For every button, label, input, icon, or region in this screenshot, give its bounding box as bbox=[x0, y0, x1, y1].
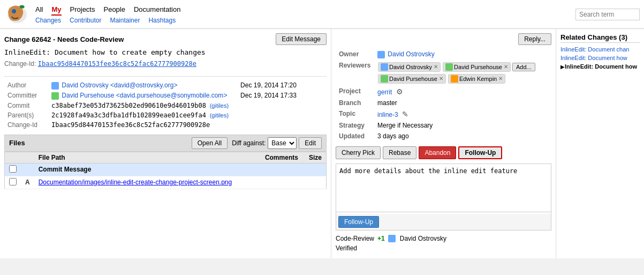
svg-point-1 bbox=[12, 9, 16, 13]
reviewer-chip-2: David Pursehouse ✕ bbox=[443, 62, 511, 72]
logo bbox=[4, 3, 30, 26]
left-panel: Change 62642 - Needs Code-Review Edit Me… bbox=[0, 29, 331, 258]
project-row: Project gerrit ⚙ bbox=[337, 86, 550, 97]
table-row: Commit Message bbox=[5, 163, 327, 176]
committer-row: Committer David Pursehouse <david.purseh… bbox=[5, 91, 299, 100]
project-link[interactable]: gerrit bbox=[377, 88, 392, 96]
nav-main: All My Projects People Documentation bbox=[35, 4, 180, 16]
nav-projects[interactable]: Projects bbox=[70, 4, 95, 16]
related-item-2[interactable]: InlineEdit: Document how bbox=[560, 54, 640, 62]
top-nav: All My Projects People Documentation Cha… bbox=[0, 0, 644, 29]
reviewer4-icon bbox=[451, 75, 458, 83]
owner-row: Owner David Ostrovsky bbox=[337, 49, 550, 60]
search-box bbox=[575, 9, 640, 20]
branch-row: Branch master bbox=[337, 98, 550, 108]
code-review-score-row: Code-Review +1 David Ostrovsky bbox=[336, 235, 551, 242]
nav-container: All My Projects People Documentation Cha… bbox=[35, 4, 180, 24]
edit-button[interactable]: Edit bbox=[299, 137, 322, 149]
action-row: Cherry Pick Rebase Abandon Follow-Up bbox=[336, 146, 551, 159]
file-link[interactable]: Documentation/images/inline-edit-create-… bbox=[39, 179, 232, 186]
committer-icon bbox=[51, 92, 59, 100]
nav-documentation[interactable]: Documentation bbox=[134, 4, 180, 16]
parent-row: Parent(s) 2c1928fa49a3c3dfba1dfb102899ea… bbox=[5, 111, 299, 120]
commit-section: Author David Ostrovsky <david@ostrovsky.… bbox=[4, 76, 327, 130]
owner-avatar bbox=[377, 51, 385, 58]
open-all-button[interactable]: Open All bbox=[192, 137, 228, 149]
files-header: Files Open All Diff against: Base Edit bbox=[4, 135, 327, 152]
commit-msg-checkbox[interactable] bbox=[9, 165, 17, 173]
author-icon bbox=[51, 82, 59, 90]
nav-sub-changes[interactable]: Changes bbox=[35, 17, 61, 24]
remove-reviewer2[interactable]: ✕ bbox=[504, 64, 508, 70]
related-changes-panel: Related Changes (3) InlineEdit: Document… bbox=[556, 29, 644, 258]
commit-msg-cell: Commit Message bbox=[34, 163, 256, 176]
diff-base-select[interactable]: Base bbox=[268, 137, 297, 149]
nav-my[interactable]: My bbox=[51, 4, 61, 16]
strategy-row: Strategy Merge if Necessary bbox=[337, 121, 550, 130]
files-table: File Path Comments Size Commit Message bbox=[4, 152, 327, 189]
related-item-3[interactable]: InlineEdit: Document how bbox=[565, 62, 637, 71]
followup-box: Add more details about the inline edit f… bbox=[336, 163, 551, 231]
nav-sub-maintainer[interactable]: Maintainer bbox=[110, 17, 140, 24]
abandon-button[interactable]: Abandon bbox=[419, 146, 456, 159]
reviewer-chip-4: Edwin Kempin ✕ bbox=[448, 74, 505, 84]
change-id-link[interactable]: Ibaac95d84470153fee36c8c52fac62777900928… bbox=[38, 60, 196, 68]
rebase-button[interactable]: Rebase bbox=[383, 146, 416, 159]
files-label: Files bbox=[9, 139, 25, 147]
search-input[interactable] bbox=[575, 9, 640, 20]
author-link[interactable]: David Ostrovsky <david@ostrovsky.org> bbox=[62, 81, 177, 89]
strategy-value: Merge if Necessary bbox=[375, 121, 550, 130]
followup-textarea[interactable]: Add more details about the inline edit f… bbox=[336, 164, 551, 212]
nav-sub-contributor[interactable]: Contributor bbox=[70, 17, 101, 24]
branch-value: master bbox=[375, 98, 550, 108]
file-path-cell: Documentation/images/inline-edit-create-… bbox=[34, 176, 256, 189]
remove-reviewer1[interactable]: ✕ bbox=[434, 64, 438, 70]
verified-score-row: Verified bbox=[336, 244, 551, 252]
topic-link[interactable]: inline-3 bbox=[377, 111, 398, 118]
comments-header: Comments bbox=[256, 152, 302, 163]
diff-against-label: Diff against: bbox=[232, 139, 266, 147]
edit-topic-icon[interactable]: ✎ bbox=[402, 110, 408, 118]
updated-value: 3 days ago bbox=[375, 131, 550, 141]
change-title: Change 62642 - Needs Code-Review bbox=[4, 35, 276, 43]
committer-link[interactable]: David Pursehouse <david.pursehouse@sonym… bbox=[62, 92, 227, 99]
meta-table: Owner David Ostrovsky Reviewers David Os… bbox=[336, 48, 551, 142]
reviewer-chip-1: David Ostrovsky ✕ bbox=[378, 62, 441, 72]
related-item-1[interactable]: InlineEdit: Document chan bbox=[560, 45, 640, 54]
gitiles2-link[interactable]: (gitiles) bbox=[210, 112, 229, 118]
followup-submit-button[interactable]: Follow-Up bbox=[338, 216, 379, 228]
change-header: Change 62642 - Needs Code-Review Edit Me… bbox=[4, 33, 327, 45]
reply-button[interactable]: Reply... bbox=[518, 33, 551, 45]
change-id-row: Change-Id: Ibaac95d84470153fee36c8c52fac… bbox=[4, 60, 327, 68]
nav-sub-hashtags[interactable]: Hashtags bbox=[148, 17, 176, 24]
scores-section: Code-Review +1 David Ostrovsky Verified bbox=[336, 235, 551, 252]
nav-people[interactable]: People bbox=[103, 4, 125, 16]
reviewer-chip-3: David Pursehouse ✕ bbox=[378, 74, 446, 84]
commit-hash-row: Commit c38abef73e053d73625b02ed90610e9d4… bbox=[5, 101, 299, 110]
gear-icon[interactable]: ⚙ bbox=[396, 87, 403, 96]
nav-sub: Changes Contributor Maintainer Hashtags bbox=[35, 17, 180, 24]
owner-link[interactable]: David Ostrovsky bbox=[388, 50, 434, 58]
remove-reviewer4[interactable]: ✕ bbox=[498, 76, 503, 81]
score-user-icon bbox=[388, 235, 396, 242]
reviewer3-icon bbox=[381, 75, 388, 83]
topic-row: Topic inline-3 ✎ bbox=[337, 109, 550, 120]
files-table-header: File Path Comments Size bbox=[5, 152, 327, 163]
gitiles1-link[interactable]: (gitiles) bbox=[210, 102, 229, 109]
edit-message-button[interactable]: Edit Message bbox=[276, 33, 327, 45]
commit-change-id-row: Change-Id Ibaac95d84470153fee36c8c52fac6… bbox=[5, 121, 299, 129]
nav-all[interactable]: All bbox=[35, 4, 43, 16]
remove-reviewer3[interactable]: ✕ bbox=[439, 76, 443, 81]
followup-btn-row: Follow-Up bbox=[336, 214, 551, 230]
add-reviewer-button[interactable]: Add... bbox=[512, 63, 535, 71]
size-header: Size bbox=[302, 152, 327, 163]
follow-up-button[interactable]: Follow-Up bbox=[458, 146, 502, 159]
table-row: A Documentation/images/inline-edit-creat… bbox=[5, 176, 327, 189]
reviewers-row: Reviewers David Ostrovsky ✕ David Purseh… bbox=[337, 61, 550, 85]
file-checkbox[interactable] bbox=[9, 178, 17, 185]
commit-table: Author David Ostrovsky <david@ostrovsky.… bbox=[4, 80, 300, 130]
cherry-pick-button[interactable]: Cherry Pick bbox=[336, 146, 381, 159]
right-panel: Reply... Owner David Ostrovsky Reviewers… bbox=[331, 29, 556, 258]
reviewer1-icon bbox=[381, 63, 388, 71]
change-subject: InlineEdit: Document how to create empty… bbox=[4, 48, 327, 56]
